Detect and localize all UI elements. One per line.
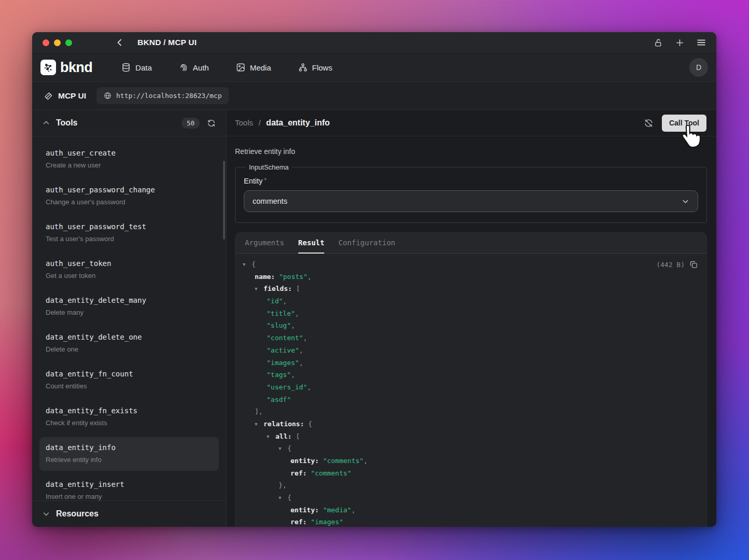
json-line: ▼{ xyxy=(235,258,706,271)
tool-desc: Delete one xyxy=(46,345,213,354)
resources-section-header[interactable]: Resources xyxy=(32,500,226,527)
app-window: BKND / MCP UI bknd xyxy=(32,32,716,527)
collapse-triangle-icon[interactable]: ▼ xyxy=(267,431,275,443)
refresh-icon[interactable] xyxy=(207,119,216,128)
tab-strip: ArgumentsResultConfiguration xyxy=(235,233,706,254)
tool-list-item[interactable]: auth_user_password_testTest a user's pas… xyxy=(39,216,219,250)
collapse-triangle-icon[interactable]: ▼ xyxy=(243,259,252,271)
nav-bar: bknd Data Auth Media Flows D xyxy=(32,53,716,82)
server-url-pill[interactable]: http://localhost:28623/mcp xyxy=(96,87,229,104)
tool-list-item[interactable]: data_entity_fn_countCount entities xyxy=(39,363,219,397)
auto-refresh-off-icon[interactable] xyxy=(644,118,654,128)
json-line: ref: "comments" xyxy=(235,467,706,480)
bknd-logo[interactable]: bknd xyxy=(40,60,92,76)
tool-name: auth_user_password_change xyxy=(46,185,213,195)
tools-section-title: Tools xyxy=(56,118,77,128)
breadcrumb-section[interactable]: Tools xyxy=(235,118,253,127)
breadcrumb-separator: / xyxy=(258,118,260,127)
input-schema-legend: InputSchema xyxy=(246,163,292,171)
tool-list-item[interactable]: data_entity_delete_manyDelete many xyxy=(39,290,219,324)
json-line: ▼all: [ xyxy=(235,430,706,443)
nav-item-auth[interactable]: Auth xyxy=(179,63,209,72)
avatar[interactable]: D xyxy=(689,58,708,77)
tool-name: data_entity_fn_exists xyxy=(46,405,213,416)
nav-item-flows[interactable]: Flows xyxy=(298,63,332,72)
primary-nav: Data Auth Media Flows xyxy=(121,63,332,72)
main-panel: Tools / data_entity_info Call Tool Retri… xyxy=(227,110,716,527)
json-line: "id", xyxy=(235,295,706,307)
lock-icon[interactable] xyxy=(654,38,663,47)
database-icon xyxy=(121,63,131,72)
resources-section-title: Resources xyxy=(56,509,99,519)
tool-name: auth_user_token xyxy=(46,258,213,269)
entity-select-value: comments xyxy=(253,197,287,205)
nav-item-label: Flows xyxy=(312,63,332,72)
collapse-triangle-icon[interactable]: ▼ xyxy=(255,418,263,431)
close-window-button[interactable] xyxy=(43,39,49,46)
tools-section-header[interactable]: Tools 50 xyxy=(32,110,226,136)
breadcrumb: Tools / data_entity_info xyxy=(235,118,330,128)
menu-icon[interactable] xyxy=(697,38,706,47)
tool-list-item[interactable]: data_entity_infoRetrieve entity info xyxy=(39,437,219,471)
tool-desc: Check if entity exists xyxy=(46,418,213,428)
sidebar-scrollbar[interactable] xyxy=(223,161,225,240)
nav-item-label: Media xyxy=(250,63,271,72)
entity-field-label: Entity* xyxy=(244,177,698,185)
tab-arguments[interactable]: Arguments xyxy=(245,233,284,254)
json-line: ▼{ xyxy=(235,442,706,455)
json-line: "active", xyxy=(235,344,706,357)
tab-result[interactable]: Result xyxy=(298,233,325,254)
json-line: ▼{ xyxy=(235,492,706,504)
tool-list-item[interactable]: data_entity_fn_existsCheck if entity exi… xyxy=(39,400,219,434)
image-icon xyxy=(236,63,245,72)
tool-desc: Delete many xyxy=(46,308,213,317)
tools-sidebar: Tools 50 auth_user_createCreate a new us… xyxy=(32,110,227,527)
brand-name: bknd xyxy=(60,60,92,76)
collapse-triangle-icon[interactable]: ▼ xyxy=(279,443,287,455)
entity-select[interactable]: comments xyxy=(244,190,698,212)
title-bar: BKND / MCP UI xyxy=(32,32,716,53)
traffic-lights xyxy=(43,39,72,46)
tool-desc: Change a user's password xyxy=(46,198,213,207)
chevron-down-icon xyxy=(682,198,689,205)
copy-icon[interactable] xyxy=(689,260,698,269)
json-line: ref: "images" xyxy=(235,516,706,527)
tool-list-item[interactable]: auth_user_createCreate a new user xyxy=(39,143,219,176)
json-line: "tags", xyxy=(235,369,706,381)
tool-name: auth_user_password_test xyxy=(46,221,213,232)
json-line: entity: "media", xyxy=(235,504,706,516)
tool-desc: Test a user's password xyxy=(46,234,213,244)
json-line: entity: "comments", xyxy=(235,455,706,467)
minimize-window-button[interactable] xyxy=(54,39,61,46)
nav-item-media[interactable]: Media xyxy=(236,63,271,72)
back-icon[interactable] xyxy=(116,38,124,47)
zoom-window-button[interactable] xyxy=(65,39,72,46)
tool-list-item[interactable]: data_entity_insertInsert one or many xyxy=(39,474,219,500)
collapse-triangle-icon[interactable]: ▼ xyxy=(279,492,287,505)
required-mark: * xyxy=(264,177,267,184)
tool-name: data_entity_insert xyxy=(46,479,213,490)
json-line: "title", xyxy=(235,307,706,320)
collapse-triangle-icon[interactable]: ▼ xyxy=(255,283,263,296)
server-url: http://localhost:28623/mcp xyxy=(116,92,222,100)
json-line: "slug", xyxy=(235,319,706,332)
tool-name: data_entity_delete_one xyxy=(46,332,213,343)
tool-list-item[interactable]: data_entity_delete_oneDelete one xyxy=(39,327,219,360)
tool-header: Tools / data_entity_info Call Tool xyxy=(227,110,716,136)
tab-configuration[interactable]: Configuration xyxy=(338,233,395,254)
tool-desc: Create a new user xyxy=(46,161,213,170)
mcp-title: MCP UI xyxy=(58,91,86,101)
input-schema-fieldset: InputSchema Entity* comments xyxy=(235,163,707,223)
tool-list: auth_user_createCreate a new userauth_us… xyxy=(32,136,226,500)
json-lines: ▼{name: "posts",▼fields: ["id","title","… xyxy=(235,258,706,527)
tool-list-item[interactable]: auth_user_password_changeChange a user's… xyxy=(39,179,219,213)
json-line: }, xyxy=(235,479,706,492)
globe-icon xyxy=(104,92,112,100)
tool-list-item[interactable]: auth_user_tokenGet a user token xyxy=(39,253,219,287)
new-tab-icon[interactable] xyxy=(675,38,684,47)
nav-item-data[interactable]: Data xyxy=(121,63,152,72)
json-line: "users_id", xyxy=(235,381,706,394)
tool-name: auth_user_create xyxy=(46,148,213,159)
json-line: name: "posts", xyxy=(235,271,706,283)
json-line: ], xyxy=(235,405,706,418)
